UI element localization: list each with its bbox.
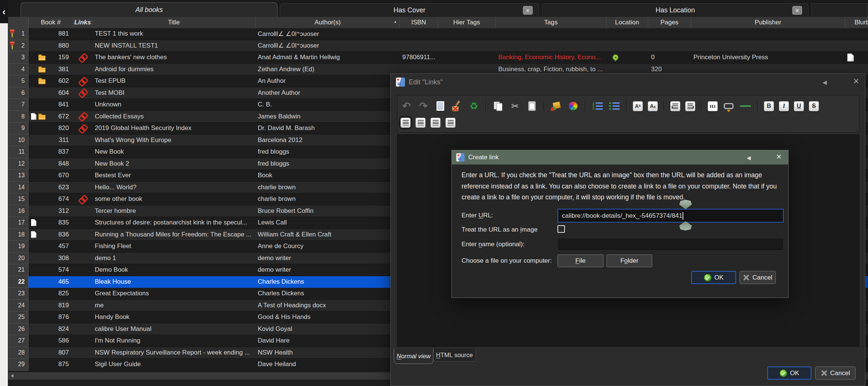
tab-has-location[interactable]: Has Location× — [542, 3, 808, 17]
title-cell[interactable]: The bankers' new clothes — [92, 52, 256, 64]
links-cell[interactable] — [73, 217, 92, 229]
book-number-cell[interactable]: 574 — [28, 264, 73, 276]
authors-cell[interactable]: Anat Admati & Martin Hellwig — [256, 52, 400, 64]
row-number-cell[interactable]: 12 — [8, 158, 28, 170]
align-justify-button[interactable] — [445, 118, 456, 128]
title-cell[interactable]: Bestest Ever — [92, 170, 256, 182]
book-number-cell[interactable]: 465 — [28, 276, 73, 288]
book-number-cell[interactable]: 623 — [28, 182, 73, 194]
links-cell[interactable] — [73, 300, 92, 312]
publisher-cell[interactable] — [691, 40, 845, 52]
hier-tags-cell[interactable] — [438, 52, 496, 64]
outdent-button[interactable] — [685, 101, 695, 111]
book-number-cell[interactable]: 159 — [28, 52, 73, 64]
recycle-button[interactable]: ♻ — [468, 100, 480, 112]
links-cell[interactable] — [73, 135, 92, 147]
links-cell[interactable] — [73, 253, 92, 265]
horizontal-rule-button[interactable] — [740, 100, 751, 112]
authors-cell[interactable]: Bruce Robert Coffin — [256, 205, 400, 217]
tab-close-button[interactable]: × — [792, 6, 802, 15]
title-cell[interactable]: some other book — [92, 193, 256, 205]
title-cell[interactable]: NEW INSTALL TEST1 — [92, 40, 256, 52]
treat-image-checkbox[interactable] — [557, 225, 565, 233]
align-left-button[interactable] — [400, 118, 411, 128]
column-header-tags[interactable]: Tags — [496, 17, 607, 28]
links-cell[interactable] — [73, 64, 92, 76]
row-number-cell[interactable]: 14 — [8, 182, 28, 194]
align-center-button[interactable] — [415, 118, 426, 128]
bold-button[interactable]: B — [764, 101, 774, 111]
blurb-cell[interactable] — [845, 52, 868, 64]
tab-close-button[interactable]: × — [523, 6, 533, 15]
links-cell[interactable] — [73, 335, 92, 347]
title-cell[interactable]: Unknown — [92, 99, 256, 111]
cut-button[interactable]: ✂ — [509, 100, 521, 112]
row-number-cell[interactable]: 9 — [8, 123, 28, 135]
links-cell[interactable] — [73, 158, 92, 170]
links-cell[interactable] — [73, 40, 92, 52]
title-cell[interactable]: 2019 Global Health Security Index — [92, 123, 256, 135]
blurb-cell[interactable] — [845, 28, 868, 40]
tab-all-books[interactable]: All books — [21, 2, 278, 17]
tab-has-cover[interactable]: Has Cover× — [280, 3, 539, 17]
table-row[interactable]: 1 881 TEST 1 this work Carrollǀ∠ ∠0ǀ⁼ɔuo… — [8, 28, 868, 40]
remove-formatting-button[interactable] — [451, 100, 463, 112]
column-header-links[interactable]: Links — [73, 17, 92, 28]
row-number-cell[interactable]: 8 — [8, 111, 28, 123]
folder-button[interactable]: Folder — [607, 254, 652, 267]
location-cell[interactable] — [607, 28, 648, 40]
authors-cell[interactable]: Dave Heiland — [256, 359, 400, 371]
book-number-cell[interactable]: 381 — [28, 64, 73, 76]
table-row[interactable]: 2 880 NEW INSTALL TEST1 Carrollǀ∠ ∠0ǀ⁼ɔu… — [8, 40, 868, 52]
tab-html-source[interactable]: HTML source — [433, 349, 476, 362]
authors-cell[interactable]: Dr. David M. Barash — [256, 123, 400, 135]
links-cell[interactable] — [73, 205, 92, 217]
authors-cell[interactable]: A Test of Headings docx — [256, 300, 400, 312]
book-number-cell[interactable]: 820 — [28, 123, 73, 135]
row-number-cell[interactable]: 5 — [8, 75, 28, 87]
row-number-cell[interactable]: 18 — [8, 229, 28, 241]
name-input[interactable] — [557, 238, 784, 251]
authors-cell[interactable]: NSW Health — [256, 347, 400, 359]
superscript-button[interactable]: Aˢ — [633, 101, 643, 111]
row-number-cell[interactable]: 10 — [8, 135, 28, 147]
title-cell[interactable]: Collected Essays — [92, 111, 256, 123]
row-number-cell[interactable]: 2 — [8, 40, 28, 52]
authors-cell[interactable]: James Baldwin — [256, 111, 400, 123]
authors-cell[interactable]: C. B. — [256, 99, 400, 111]
links-cell[interactable] — [73, 311, 92, 323]
book-number-cell[interactable]: 841 — [28, 99, 73, 111]
authors-cell[interactable]: demo writer — [256, 253, 400, 265]
heading-style-button[interactable]: H1 — [708, 101, 718, 111]
column-header-gutter[interactable] — [8, 17, 28, 28]
title-cell[interactable]: What's Wrong With Europe — [92, 135, 256, 147]
ordered-list-button[interactable] — [592, 100, 604, 112]
row-number-cell[interactable]: 4 — [8, 64, 28, 76]
row-number-cell[interactable]: 3 — [8, 52, 28, 64]
isbn-cell[interactable]: 97806911... — [400, 52, 438, 64]
links-cell[interactable] — [73, 241, 92, 253]
row-number-cell[interactable]: 1 — [8, 28, 28, 40]
authors-cell[interactable]: demo writer — [256, 264, 400, 276]
book-number-cell[interactable]: 876 — [28, 311, 73, 323]
book-number-cell[interactable]: 457 — [28, 241, 73, 253]
selection-handle-top[interactable] — [678, 200, 693, 209]
column-header-author-s-[interactable]: Author(s)▲ — [256, 17, 400, 28]
dialog-back-button[interactable]: ◀ — [822, 79, 827, 86]
collapse-panel-button[interactable]: ‹ — [0, 0, 8, 23]
title-cell[interactable]: Bleak House — [92, 276, 256, 288]
book-number-cell[interactable]: 875 — [28, 359, 73, 371]
title-cell[interactable]: New Book — [92, 146, 256, 158]
authors-cell[interactable]: Book — [256, 170, 400, 182]
row-number-cell[interactable]: 29 — [8, 359, 28, 371]
authors-cell[interactable]: charlie brown — [256, 193, 400, 205]
links-cell[interactable] — [73, 182, 92, 194]
book-number-cell[interactable]: 674 — [28, 193, 73, 205]
scroll-left-button[interactable] — [8, 372, 16, 380]
cancel-button[interactable]: Cancel — [815, 367, 856, 380]
authors-cell[interactable]: fred bloggs — [256, 158, 400, 170]
column-header-book-[interactable]: Book # — [28, 17, 73, 28]
row-number-cell[interactable]: 17 — [8, 217, 28, 229]
column-header-title[interactable]: Title — [92, 17, 256, 28]
location-cell[interactable] — [607, 52, 648, 64]
